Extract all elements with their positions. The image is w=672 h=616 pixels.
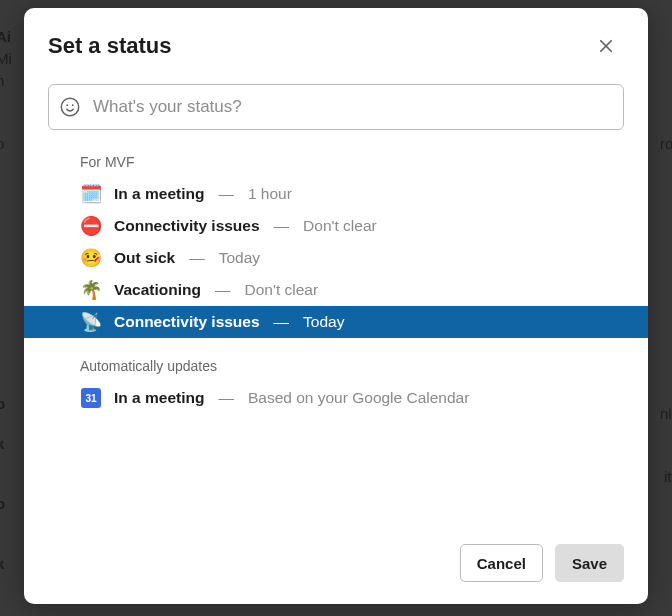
status-input-wrap[interactable] <box>48 84 624 130</box>
svg-point-3 <box>66 104 68 106</box>
set-status-modal: Set a status For MVF 🗓️ In a meeting — 1… <box>24 8 648 604</box>
status-label: Vacationing <box>114 281 201 299</box>
status-label: In a meeting <box>114 185 204 203</box>
google-calendar-icon: 31 <box>80 387 102 409</box>
status-option-vacation[interactable]: 🌴 Vacationing — Don't clear <box>24 274 648 306</box>
status-label: In a meeting <box>114 389 204 407</box>
close-button[interactable] <box>588 28 624 64</box>
calendar-emoji-icon: 🗓️ <box>80 183 102 205</box>
status-label: Connectivity issues <box>114 217 260 235</box>
cancel-button[interactable]: Cancel <box>460 544 543 582</box>
status-label: Out sick <box>114 249 175 267</box>
status-input[interactable] <box>91 96 613 118</box>
status-option-meeting[interactable]: 🗓️ In a meeting — 1 hour <box>24 178 648 210</box>
status-option-sick[interactable]: 🤒 Out sick — Today <box>24 242 648 274</box>
svg-point-2 <box>61 98 78 115</box>
antenna-emoji-icon: 📡 <box>80 311 102 333</box>
status-duration: Based on your Google Calendar <box>248 389 469 407</box>
status-duration: Today <box>303 313 344 331</box>
close-icon <box>597 37 615 55</box>
modal-title: Set a status <box>48 33 172 59</box>
smiley-icon <box>59 96 81 118</box>
status-option-connectivity[interactable]: ⛔ Connectivity issues — Don't clear <box>24 210 648 242</box>
status-option-connectivity-today[interactable]: 📡 Connectivity issues — Today <box>24 306 648 338</box>
status-label: Connectivity issues <box>114 313 260 331</box>
status-duration: Today <box>219 249 260 267</box>
status-duration: Don't clear <box>245 281 319 299</box>
section-label-for: For MVF <box>24 144 648 178</box>
modal-footer: Cancel Save <box>24 528 648 604</box>
status-duration: 1 hour <box>248 185 292 203</box>
sick-emoji-icon: 🤒 <box>80 247 102 269</box>
status-option-auto-meeting[interactable]: 31 In a meeting — Based on your Google C… <box>24 382 648 414</box>
save-button[interactable]: Save <box>555 544 624 582</box>
svg-point-4 <box>72 104 74 106</box>
modal-header: Set a status <box>24 8 648 76</box>
section-label-auto: Automatically updates <box>24 338 648 382</box>
no-entry-emoji-icon: ⛔ <box>80 215 102 237</box>
palm-emoji-icon: 🌴 <box>80 279 102 301</box>
status-duration: Don't clear <box>303 217 377 235</box>
